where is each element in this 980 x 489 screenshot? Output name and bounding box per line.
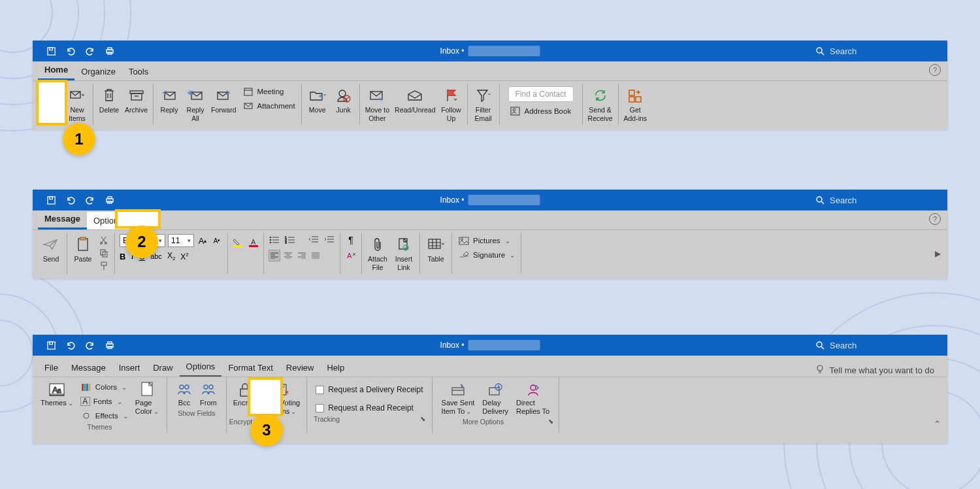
signature-button[interactable]: Signature — [457, 248, 516, 261]
outdent-icon[interactable] — [308, 234, 319, 246]
font-color-icon[interactable]: A — [248, 237, 259, 248]
table-button[interactable]: Table — [423, 234, 449, 265]
save-icon[interactable] — [46, 46, 56, 56]
superscript-button[interactable]: X2 — [180, 252, 188, 261]
help-icon[interactable]: ? — [929, 64, 941, 76]
search-input[interactable] — [830, 46, 936, 56]
print-icon[interactable] — [105, 46, 115, 56]
clear-format-icon[interactable]: A — [345, 250, 357, 261]
bold-button[interactable]: B — [120, 252, 125, 261]
help-icon[interactable]: ? — [929, 213, 941, 225]
ribbon-expand-icon[interactable]: ▶ — [935, 249, 941, 258]
svg-rect-49 — [249, 245, 258, 247]
format-painter-icon[interactable] — [98, 260, 110, 272]
delay-delivery-button[interactable]: Delay Delivery — [478, 379, 512, 417]
tab-insert[interactable]: Insert — [112, 359, 147, 377]
font-size-select[interactable]: 11 — [168, 234, 194, 247]
from-button[interactable]: From — [196, 379, 221, 409]
send-button[interactable]: Send — [38, 234, 64, 265]
align-right-icon[interactable] — [296, 250, 308, 261]
justify-icon[interactable] — [310, 250, 321, 261]
collapse-ribbon-icon[interactable]: ⌃ — [934, 419, 941, 429]
address-book-button[interactable]: Address Book — [504, 105, 578, 118]
colors-button[interactable]: Colors — [79, 380, 129, 394]
direct-replies-button[interactable]: Direct Replies To — [512, 379, 553, 417]
reply-button[interactable]: Reply — [156, 85, 182, 116]
archive-button[interactable]: Archive — [122, 85, 150, 116]
delivery-receipt-checkbox[interactable]: Request a Delivery Receipt — [316, 383, 423, 396]
more-options-launcher-icon[interactable]: ⬊ — [548, 418, 553, 426]
delete-button[interactable]: Delete — [96, 85, 122, 116]
search-box[interactable] — [810, 339, 941, 352]
print-icon[interactable] — [105, 340, 115, 350]
tab-review[interactable]: Review — [280, 359, 321, 377]
search-box[interactable] — [810, 194, 941, 207]
undo-icon[interactable] — [65, 340, 76, 350]
effects-button[interactable]: Effects — [79, 409, 129, 422]
attach-file-button[interactable]: Attach File — [365, 234, 391, 273]
tab-help[interactable]: Help — [320, 359, 351, 377]
reply-all-button[interactable]: Reply All — [182, 85, 208, 124]
paste-button[interactable]: Paste — [70, 234, 96, 265]
get-addins-button[interactable]: Get Add-ins — [621, 85, 650, 124]
tab-file[interactable]: File — [38, 359, 65, 377]
copy-icon[interactable] — [98, 247, 110, 259]
forward-button[interactable]: Forward — [208, 85, 239, 116]
shrink-font-icon[interactable]: A▾ — [211, 235, 223, 246]
tab-message[interactable]: Message — [65, 359, 112, 377]
fonts-button[interactable]: AFonts — [79, 396, 129, 407]
numbering-icon[interactable]: 123 — [284, 234, 296, 246]
paragraph-icon[interactable]: ¶ — [345, 234, 357, 246]
save-icon[interactable] — [46, 340, 56, 350]
undo-icon[interactable] — [65, 46, 76, 56]
print-icon[interactable] — [105, 195, 115, 205]
read-unread-button[interactable]: Read/Unread — [392, 85, 438, 116]
insert-link-button[interactable]: Insert Link — [391, 234, 417, 273]
indent-icon[interactable] — [323, 234, 335, 246]
tab-organize[interactable]: Organize — [74, 63, 122, 80]
page-color-icon — [140, 380, 154, 399]
svg-rect-62 — [47, 341, 54, 348]
find-contact-input[interactable]: Find a Contact — [508, 86, 574, 102]
tab-home[interactable]: Home — [38, 61, 74, 80]
cut-icon[interactable] — [98, 234, 110, 246]
align-left-icon[interactable] — [269, 250, 280, 261]
bullets-icon[interactable] — [269, 234, 280, 246]
align-center-icon[interactable] — [282, 250, 294, 261]
tracking-launcher-icon[interactable]: ⬊ — [420, 415, 425, 423]
search-box[interactable] — [810, 44, 941, 58]
svg-rect-12 — [49, 47, 52, 50]
svg-point-81 — [204, 385, 208, 389]
pictures-button[interactable]: Pictures — [457, 234, 516, 247]
tab-tools[interactable]: Tools — [122, 63, 155, 80]
move-button[interactable]: Move — [304, 85, 331, 116]
follow-up-button[interactable]: Follow Up — [438, 85, 465, 124]
tab-draw[interactable]: Draw — [146, 359, 179, 377]
tab-options[interactable]: Options — [180, 358, 222, 377]
save-icon[interactable] — [46, 195, 56, 205]
new-items-button[interactable]: New Items — [64, 85, 90, 124]
tab-format-text[interactable]: Format Text — [221, 359, 279, 377]
subscript-button[interactable]: X2 — [167, 251, 175, 261]
redo-icon[interactable] — [85, 46, 95, 56]
themes-button[interactable]: AaThemes — [37, 379, 77, 422]
bcc-button[interactable]: Bcc — [172, 379, 196, 409]
attachment-button[interactable]: Attachment — [241, 99, 297, 112]
send-receive-button[interactable]: Send & Receive — [585, 85, 615, 124]
highlight-color-icon[interactable] — [232, 237, 244, 248]
read-receipt-checkbox[interactable]: Request a Read Receipt — [316, 401, 423, 414]
grow-font-icon[interactable]: A▴ — [197, 235, 208, 246]
undo-icon[interactable] — [65, 195, 76, 205]
move-to-other-button[interactable]: Move to Other — [363, 85, 392, 124]
filter-email-button[interactable]: Filter Email — [470, 85, 497, 124]
tell-me-box[interactable]: Tell me what you want to do — [815, 364, 942, 377]
junk-button[interactable]: Junk — [331, 85, 357, 116]
colors-icon — [80, 381, 92, 393]
meeting-button[interactable]: Meeting — [241, 85, 297, 98]
svg-rect-20 — [131, 93, 142, 100]
page-color-button[interactable]: Page Color — [131, 379, 163, 422]
tab-message[interactable]: Message — [38, 210, 87, 229]
redo-icon[interactable] — [85, 195, 95, 205]
save-sent-button[interactable]: Save Sent Item To — [438, 379, 479, 417]
redo-icon[interactable] — [85, 340, 95, 350]
